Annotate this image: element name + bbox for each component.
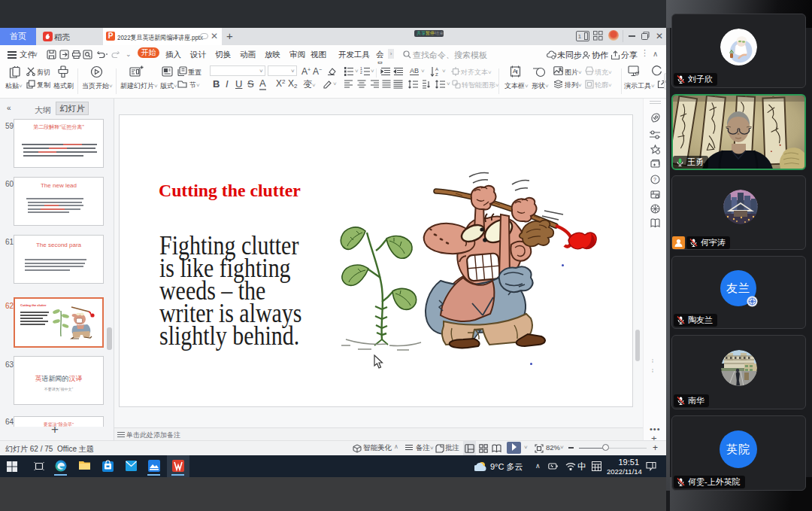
svg-text:A: A <box>435 67 438 71</box>
svg-text:1: 1 <box>578 33 582 40</box>
svg-text:Z: Z <box>435 72 438 77</box>
svg-text:?: ? <box>653 177 656 182</box>
svg-text:2: 2 <box>360 70 362 75</box>
